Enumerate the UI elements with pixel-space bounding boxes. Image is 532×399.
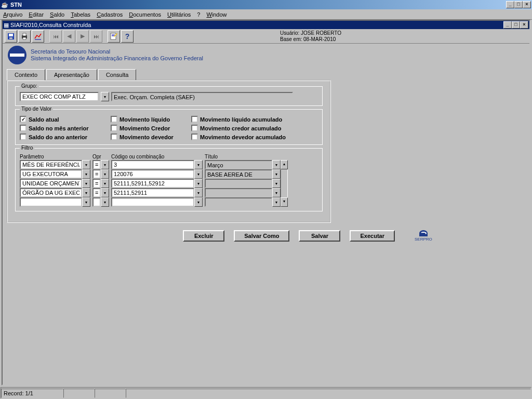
codigo-input[interactable] — [111, 179, 194, 188]
chk-mov-credor[interactable]: Movimento Credor — [111, 125, 191, 131]
menu-ajuda[interactable]: ? — [197, 11, 200, 18]
org-line1: Secretaria do Tesouro Nacional — [31, 48, 203, 55]
tab-apresentacao[interactable]: Apresentação — [46, 69, 97, 81]
print-icon-button[interactable] — [18, 30, 31, 43]
chk-mov-devedor-acum[interactable]: Movimento devedor acumulado — [191, 134, 318, 140]
codigo-dropdown-button[interactable]: ▾ — [194, 179, 203, 188]
opr-dropdown-button[interactable]: ▾ — [101, 197, 109, 207]
filtro-fieldset: Filtro Parâmetro Opr Código ou combinaçã… — [15, 148, 323, 211]
titulo-dropdown-button[interactable]: ▾ — [272, 188, 281, 197]
codigo-dropdown-button[interactable]: ▾ — [194, 169, 203, 179]
filter-row: ▾▾▾BASE AEREA DE SANTA MARIA▾ — [20, 169, 318, 179]
chk-mov-devedor[interactable]: Movimento devedor — [111, 134, 191, 140]
org-line2: Sistema Integrado de Administração Finan… — [31, 55, 203, 62]
edit-icon-button[interactable] — [108, 30, 120, 43]
opr-dropdown-button[interactable]: ▾ — [101, 169, 109, 179]
opr-dropdown-button[interactable]: ▾ — [101, 179, 109, 188]
scroll-up-button[interactable]: ▴ — [281, 160, 288, 169]
codigo-dropdown-button[interactable]: ▾ — [194, 160, 203, 169]
salvar-como-button[interactable]: Salvar Como — [234, 230, 289, 242]
param-input[interactable] — [20, 188, 82, 197]
chk-mov-credor-acum[interactable]: Movimento credor acumulado — [191, 125, 318, 131]
menu-cadastros[interactable]: Cadastros — [97, 11, 123, 18]
codigo-input[interactable] — [111, 197, 194, 207]
opr-input[interactable] — [92, 169, 101, 179]
titulo-dropdown-button[interactable]: ▾ — [272, 179, 281, 188]
child-minimize-button[interactable]: _ — [503, 21, 512, 29]
next-icon-button: ▶ — [76, 30, 89, 43]
opr-input[interactable] — [92, 197, 101, 207]
tipovalor-fieldset: Tipo de Valor ✓Saldo atual Movimento líq… — [15, 109, 323, 145]
menu-documentos[interactable]: Documentos — [129, 11, 161, 18]
org-logo-icon — [8, 46, 26, 64]
help-icon-button[interactable]: ? — [121, 30, 134, 43]
param-dropdown-button[interactable]: ▾ — [82, 188, 90, 197]
codigo-input[interactable] — [111, 160, 194, 169]
codigo-dropdown-button[interactable]: ▾ — [194, 188, 203, 197]
first-icon-button: ⏮ — [49, 30, 62, 43]
chk-saldo-ano-anterior[interactable]: Saldo do ano anterior — [20, 134, 111, 140]
menu-editar[interactable]: Editar — [29, 11, 44, 18]
menu-tabelas[interactable]: Tabelas — [71, 11, 90, 18]
excluir-button[interactable]: Excluir — [183, 230, 224, 242]
grupo-dropdown-button[interactable]: ▾ — [101, 92, 109, 101]
child-close-button[interactable]: × — [520, 21, 528, 29]
titulo-dropdown-button[interactable]: ▾ — [272, 169, 281, 179]
salvar-button[interactable]: Salvar — [299, 230, 340, 242]
child-maximize-button[interactable]: □ — [512, 21, 520, 29]
grupo-fieldset: Grupo: ▾ Exec. Orçam. Completa (SAEF) — [15, 86, 323, 106]
chk-saldo-mes-anterior[interactable]: Saldo no mês anterior — [20, 125, 111, 131]
child-titlebar: ▦ SIAFI2010,Consulta Construída _ □ × — [3, 21, 529, 29]
codigo-dropdown-button[interactable]: ▾ — [194, 197, 203, 207]
grupo-desc: Exec. Orçam. Completa (SAEF) — [111, 92, 293, 101]
svg-rect-5 — [23, 37, 26, 39]
opr-input[interactable] — [92, 179, 101, 188]
grupo-input[interactable] — [20, 92, 99, 101]
opr-input[interactable] — [92, 160, 101, 169]
chk-saldo-atual[interactable]: ✓Saldo atual — [20, 116, 111, 123]
minimize-button[interactable]: _ — [506, 1, 514, 8]
menu-window[interactable]: Window — [206, 11, 227, 18]
prev-icon-button: ◀ — [63, 30, 75, 43]
user-info-block: Usuário: JOSE ROBERTO Base em: 08-MAR-20… — [280, 30, 341, 43]
codigo-input[interactable] — [111, 169, 194, 179]
opr-dropdown-button[interactable]: ▾ — [101, 160, 109, 169]
param-input[interactable] — [20, 179, 82, 188]
codigo-input[interactable] — [111, 188, 194, 197]
chk-mov-liquido[interactable]: Movimento líquido — [111, 116, 191, 123]
tab-contexto[interactable]: Contexto — [7, 69, 45, 81]
opr-dropdown-button[interactable]: ▾ — [101, 188, 109, 197]
chart-icon-button[interactable] — [32, 30, 44, 43]
last-icon-button: ⏭ — [90, 30, 102, 43]
toolbar: ⏮ ◀ ▶ ⏭ ? Usuário: JOSE ROBERTO Base em:… — [3, 29, 529, 44]
hdr-codigo: Código ou combinação — [111, 154, 194, 159]
child-icon: ▦ — [4, 22, 9, 29]
save-icon-button[interactable] — [5, 30, 17, 43]
param-dropdown-button[interactable]: ▾ — [82, 197, 90, 207]
titulo-dropdown-button[interactable]: ▾ — [272, 197, 281, 207]
titulo-readonly — [205, 188, 272, 197]
executar-button[interactable]: Executar — [350, 230, 394, 242]
menu-utilitarios[interactable]: Utilitários — [167, 11, 191, 18]
scroll-down-button[interactable]: ▾ — [281, 197, 288, 207]
org-header: Secretaria do Tesouro Nacional Sistema I… — [3, 44, 529, 69]
param-dropdown-button[interactable]: ▾ — [82, 160, 90, 169]
param-input[interactable] — [20, 169, 82, 179]
param-dropdown-button[interactable]: ▾ — [82, 169, 90, 179]
param-dropdown-button[interactable]: ▾ — [82, 179, 90, 188]
maximize-button[interactable]: □ — [514, 1, 523, 8]
param-input[interactable] — [20, 197, 82, 207]
menu-saldo[interactable]: Saldo — [50, 11, 64, 18]
menu-arquivo[interactable]: Arquivo — [3, 11, 22, 18]
titulo-dropdown-button[interactable]: ▾ — [272, 160, 281, 169]
tabs-row: Contexto Apresentação Consulta — [7, 69, 529, 80]
titulo-readonly: BASE AEREA DE SANTA MARIA — [205, 169, 272, 179]
context-panel: Grupo: ▾ Exec. Orçam. Completa (SAEF) Ti… — [7, 80, 331, 223]
tab-consulta[interactable]: Consulta — [98, 69, 136, 81]
status-record: Record: 1/1 — [1, 389, 63, 398]
chk-mov-liquido-acum[interactable]: Movimento líquido acumulado — [191, 116, 318, 123]
param-input[interactable] — [20, 160, 82, 169]
svg-rect-2 — [9, 37, 12, 39]
close-button[interactable]: × — [523, 1, 531, 8]
opr-input[interactable] — [92, 188, 101, 197]
